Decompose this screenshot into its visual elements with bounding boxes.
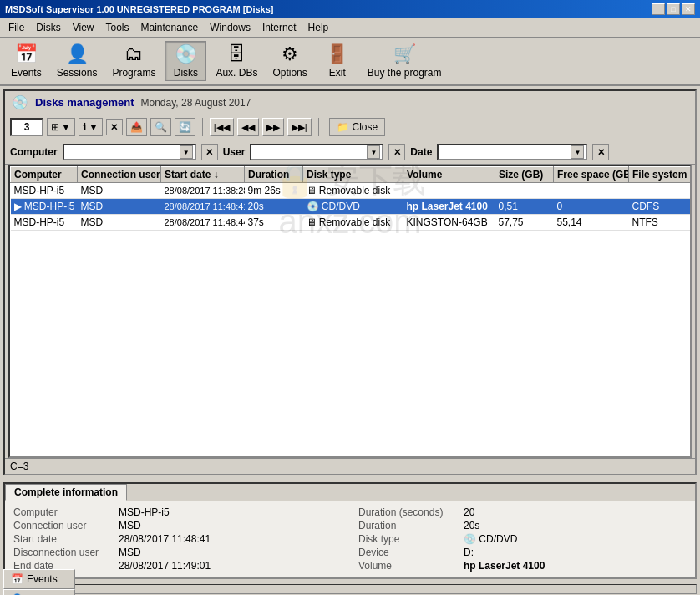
cell-size: 0,51: [495, 199, 554, 215]
computer-combo-arrow[interactable]: ▼: [180, 145, 193, 159]
toolbar-btn-sessions[interactable]: 👤Sessions: [51, 41, 104, 81]
info-label: Connection user: [13, 520, 114, 531]
separator-1: [202, 118, 203, 136]
menu-item-windows[interactable]: Windows: [205, 20, 256, 35]
toolbar-btn-aux-dbs[interactable]: 🗄Aux. DBs: [210, 41, 263, 81]
close-button[interactable]: 📁 Close: [329, 118, 386, 136]
prev-record-button[interactable]: ◀◀: [237, 118, 259, 136]
taskbar-btn-events[interactable]: 📅Events: [3, 569, 75, 589]
info-label: Duration (seconds): [358, 506, 459, 518]
info-right-column: Duration (seconds)20Duration20sDisk type…: [358, 506, 687, 572]
cell-filesystem: [629, 183, 692, 199]
info-icon: ℹ: [83, 121, 87, 133]
next-record-button[interactable]: ▶▶: [262, 118, 284, 136]
buy-icon: 🛒: [393, 43, 416, 65]
user-filter-combo[interactable]: ▼: [250, 144, 383, 160]
menu-item-view[interactable]: View: [68, 20, 99, 35]
table-row[interactable]: MSD-HP-i5 MSD 28/08/2017 11:38:28 9m 26s…: [11, 183, 692, 199]
sessions-label: Sessions: [57, 67, 98, 79]
cell-startdate: 28/08/2017 11:38:28: [161, 183, 245, 199]
info-label: Device: [358, 547, 459, 558]
menu-item-maintenance[interactable]: Maintenance: [136, 20, 204, 35]
cell-connuser: MSD: [78, 183, 161, 199]
horizontal-scrollbar[interactable]: [3, 584, 697, 594]
main-toolbar: 📅Events👤Sessions🗂Programs💿Disks🗄Aux. DBs…: [0, 38, 700, 86]
title-bar-buttons: _ □ ✕: [652, 3, 695, 15]
last-record-button[interactable]: ▶▶|: [287, 118, 312, 136]
toolbar-btn-options[interactable]: ⚙Options: [266, 41, 312, 81]
cell-connuser: MSD: [78, 199, 161, 215]
info-value: 20: [464, 506, 474, 518]
info-value: hp LaserJet 4100: [464, 560, 545, 572]
date-filter-combo[interactable]: ▼: [437, 144, 587, 160]
disk-icon: 🖥: [307, 216, 317, 228]
menu-item-help[interactable]: Help: [303, 20, 334, 35]
info-value: 20s: [464, 520, 479, 531]
info-value: MSD-HP-i5: [119, 506, 170, 518]
view-icon: ⊞: [51, 121, 59, 133]
info-value: 28/08/2017 11:48:41: [119, 533, 211, 545]
info-left-column: ComputerMSD-HP-i5Connection userMSDStart…: [13, 506, 342, 572]
col-volume[interactable]: Volume: [403, 167, 495, 183]
computer-filter-combo[interactable]: ▼: [63, 144, 196, 160]
tab-complete-info[interactable]: Complete information: [5, 484, 127, 501]
first-record-button[interactable]: |◀◀: [210, 118, 234, 136]
toolbar-btn-events[interactable]: 📅Events: [5, 41, 48, 81]
section-header: 💿 Disks management Monday, 28 August 201…: [5, 91, 695, 114]
info-label: Volume: [358, 560, 459, 572]
computer-clear-button[interactable]: ✕: [201, 144, 218, 160]
bottom-panel: Complete information ComputerMSD-HP-i5Co…: [3, 482, 697, 579]
section-date: Monday, 28 August 2017: [141, 97, 251, 109]
user-clear-button[interactable]: ✕: [388, 144, 405, 160]
menu-item-disks[interactable]: Disks: [31, 20, 65, 35]
menu-item-file[interactable]: File: [3, 20, 29, 35]
user-combo-arrow[interactable]: ▼: [367, 145, 380, 159]
user-filter-label: User: [223, 146, 246, 158]
table-row[interactable]: MSD-HP-i5 MSD 28/08/2017 11:48:44 37s 🖥 …: [11, 215, 692, 231]
info-button[interactable]: ℹ ▼: [79, 118, 103, 136]
info-row: Connection userMSD: [13, 519, 342, 532]
col-disktype[interactable]: Disk type: [303, 167, 403, 183]
toolbar-btn-disks[interactable]: 💿Disks: [165, 41, 206, 81]
content-section: 💿 Disks management Monday, 28 August 201…: [3, 89, 697, 475]
filter-button[interactable]: 🔍: [150, 118, 171, 136]
programs-icon: 🗂: [124, 43, 143, 65]
view-button[interactable]: ⊞ ▼: [47, 118, 75, 136]
disks-label: Disks: [174, 67, 198, 79]
taskbar-btn-sessions[interactable]: 👤Sessions: [3, 589, 75, 595]
menu-item-internet[interactable]: Internet: [257, 20, 302, 35]
cell-duration: 9m 26s: [245, 183, 303, 199]
col-startdate[interactable]: Start date ↓: [161, 167, 245, 183]
refresh-button[interactable]: 🔄: [175, 118, 195, 136]
exit-icon: 🚪: [326, 43, 348, 65]
info-row: Start date28/08/2017 11:48:41: [13, 532, 342, 546]
toolbar-btn-programs[interactable]: 🗂Programs: [106, 41, 161, 81]
col-computer[interactable]: Computer: [11, 167, 78, 183]
maximize-button[interactable]: □: [667, 3, 680, 15]
export-button[interactable]: 📤: [126, 118, 147, 136]
col-duration[interactable]: Duration: [245, 167, 303, 183]
cell-size: 57,75: [495, 215, 554, 231]
cell-computer: MSD-HP-i5: [11, 183, 78, 199]
status-count: C=3: [10, 460, 28, 472]
menu-item-tools[interactable]: Tools: [100, 20, 134, 35]
cell-computer: MSD-HP-i5: [11, 215, 78, 231]
col-size[interactable]: Size (GB): [495, 167, 554, 183]
export-icon: 📤: [130, 121, 143, 133]
col-freespace[interactable]: Free space (GB): [554, 167, 629, 183]
toolbar-btn-buy[interactable]: 🛒Buy the program: [362, 41, 448, 81]
info-value: MSD: [119, 547, 141, 558]
date-combo-arrow[interactable]: ▼: [571, 145, 584, 159]
date-clear-button[interactable]: ✕: [592, 144, 609, 160]
table-row[interactable]: ▶ MSD-HP-i5 MSD 28/08/2017 11:48:41 20s …: [11, 199, 692, 215]
delete-button[interactable]: ✕: [106, 119, 123, 135]
col-connuser[interactable]: Connection user: [78, 167, 161, 183]
info-label: Start date: [13, 533, 114, 545]
disks-icon: 💿: [175, 43, 197, 65]
info-row: Volumehp LaserJet 4100: [358, 559, 687, 572]
col-filesystem[interactable]: File system: [629, 167, 692, 183]
toolbar-btn-exit[interactable]: 🚪Exit: [317, 41, 358, 81]
minimize-button[interactable]: _: [652, 3, 665, 15]
close-window-button[interactable]: ✕: [682, 3, 695, 15]
aux-dbs-label: Aux. DBs: [216, 67, 257, 79]
